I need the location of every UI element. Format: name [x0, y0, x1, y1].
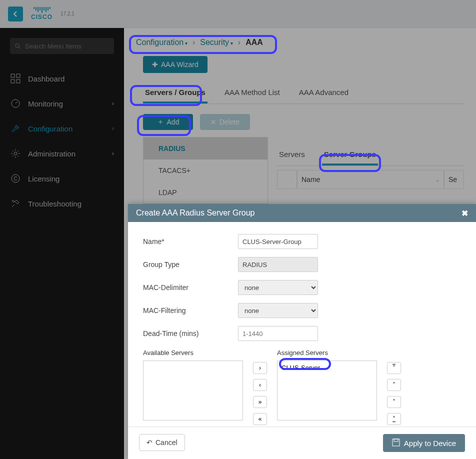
modal-footer: ↶ Cancel Apply to Device	[128, 426, 476, 459]
group-type-label: Group Type	[143, 260, 238, 268]
close-icon: ✕	[210, 118, 216, 126]
action-row: ＋ Add ✕ Delete	[143, 114, 464, 130]
top-bar: CISCO Cisco Catalyst 9800-L Wireless Con…	[0, 0, 476, 28]
move-down-button[interactable]: ˅	[387, 396, 401, 408]
dead-time-label: Dead-Time (mins)	[143, 330, 238, 338]
sub-nav: RADIUS TACACS+ LDAP	[143, 137, 268, 204]
wrench-icon	[10, 124, 21, 134]
back-button[interactable]	[8, 6, 23, 22]
tools-icon	[10, 198, 21, 208]
name-field[interactable]	[238, 234, 318, 249]
add-button-label: Add	[167, 118, 180, 126]
delete-button-label: Delete	[220, 118, 240, 126]
column-second[interactable]: Se	[444, 170, 464, 189]
mac-delimiter-label: MAC-Delimiter	[143, 284, 238, 292]
move-top-button[interactable]: ˄	[387, 362, 401, 374]
close-icon[interactable]: ✖	[462, 208, 468, 218]
move-all-right-button[interactable]: »	[253, 396, 267, 408]
chevron-down-icon: ▾	[229, 40, 233, 46]
plus-icon: ✚	[152, 60, 158, 68]
gear-icon	[10, 148, 21, 158]
svg-rect-3	[16, 74, 20, 78]
grid-header: Name ⌄ Se	[277, 170, 464, 189]
move-all-left-button[interactable]: «	[253, 413, 267, 425]
sub-layout: RADIUS TACACS+ LDAP Servers Server Group…	[143, 137, 464, 204]
modal-title: Create AAA Radius Server Group	[136, 208, 254, 218]
chevron-right-icon: ›	[112, 150, 114, 157]
mac-delimiter-select[interactable]: none	[238, 280, 318, 295]
sub-nav-radius[interactable]: RADIUS	[144, 138, 268, 160]
move-right-button[interactable]: ›	[253, 362, 267, 374]
right-pane: Servers Server Groups Name ⌄ Se	[268, 137, 464, 204]
logo-text: CISCO	[31, 14, 52, 20]
column-name[interactable]: Name ⌄	[297, 170, 444, 189]
move-left-button[interactable]: ‹	[253, 379, 267, 391]
search-icon	[15, 43, 21, 50]
available-servers-list[interactable]	[143, 360, 243, 420]
dead-time-field[interactable]	[238, 326, 318, 341]
sidebar: Dashboard Monitoring › Configuration › A…	[0, 28, 124, 459]
title-block: Cisco Catalyst 9800-L Wireless Controlle…	[60, 11, 74, 16]
chevron-right-icon: ›	[112, 125, 114, 132]
cancel-button-label: Cancel	[156, 438, 178, 446]
breadcrumb-separator-icon: ›	[238, 38, 240, 47]
wizard-button-label: AAA Wizard	[161, 60, 198, 68]
breadcrumb: Configuration ▾ › Security ▾ › AAA	[136, 38, 464, 47]
search-input-wrap[interactable]	[10, 38, 114, 54]
sidebar-item-troubleshooting[interactable]: Troubleshooting	[0, 191, 124, 216]
sidebar-item-label: Monitoring	[28, 100, 63, 108]
delete-button[interactable]: ✕ Delete	[200, 114, 250, 130]
tab-servers-groups[interactable]: Servers / Groups	[143, 83, 208, 104]
sub-nav-ldap[interactable]: LDAP	[144, 182, 268, 204]
svg-point-0	[16, 44, 19, 47]
checkbox-column[interactable]	[277, 170, 297, 189]
sidebar-item-administration[interactable]: Administration ›	[0, 141, 124, 166]
plus-icon: ＋	[157, 118, 164, 126]
assigned-servers-label: Assigned Servers	[277, 349, 377, 356]
cancel-button[interactable]: ↶ Cancel	[139, 434, 185, 451]
inner-tab-servers[interactable]: Servers	[277, 145, 307, 166]
breadcrumb-current: AAA	[246, 38, 263, 47]
mac-filtering-select[interactable]: none	[238, 303, 318, 318]
group-type-field: RADIUS	[238, 257, 318, 272]
sidebar-item-label: Troubleshooting	[28, 200, 82, 208]
svg-rect-4	[11, 80, 14, 83]
sidebar-item-label: Licensing	[28, 174, 60, 183]
inner-tab-server-groups[interactable]: Server Groups	[322, 145, 378, 166]
svg-point-8	[14, 152, 17, 155]
create-server-group-modal: Create AAA Radius Server Group ✖ Name* G…	[128, 204, 476, 459]
sidebar-item-label: Dashboard	[28, 74, 64, 83]
tab-aaa-advanced[interactable]: AAA Advanced	[297, 83, 350, 104]
sidebar-item-licensing[interactable]: C Licensing	[0, 166, 124, 191]
move-up-button[interactable]: ˄	[387, 379, 401, 391]
assigned-servers-list[interactable]: CLUS-Server	[277, 360, 377, 420]
apply-button[interactable]: Apply to Device	[383, 434, 465, 452]
list-item[interactable]: CLUS-Server	[280, 363, 374, 372]
modal-header: Create AAA Radius Server Group ✖	[128, 204, 476, 222]
svg-rect-5	[16, 80, 20, 83]
sub-nav-tacacs[interactable]: TACACS+	[144, 160, 268, 182]
arrow-left-icon	[12, 10, 19, 18]
svg-rect-11	[392, 439, 400, 446]
sidebar-item-label: Configuration	[28, 124, 72, 133]
save-icon	[392, 438, 400, 448]
version-text: 17.2.1	[60, 11, 74, 16]
chevron-right-icon: ›	[112, 100, 114, 107]
apply-button-label: Apply to Device	[404, 439, 456, 448]
aaa-wizard-button[interactable]: ✚ AAA Wizard	[143, 56, 208, 73]
sidebar-item-configuration[interactable]: Configuration ›	[0, 116, 124, 141]
svg-rect-12	[394, 439, 398, 442]
svg-line-1	[18, 46, 20, 48]
svg-line-7	[16, 102, 18, 104]
add-button[interactable]: ＋ Add	[143, 114, 193, 130]
tab-aaa-method-list[interactable]: AAA Method List	[222, 83, 282, 104]
sidebar-item-dashboard[interactable]: Dashboard	[0, 66, 124, 91]
available-servers-label: Available Servers	[143, 349, 243, 356]
name-label: Name*	[143, 238, 238, 246]
svg-rect-2	[11, 74, 14, 78]
sidebar-item-monitoring[interactable]: Monitoring ›	[0, 91, 124, 116]
move-bottom-button[interactable]: ˅	[387, 413, 401, 425]
search-input[interactable]	[25, 42, 109, 50]
breadcrumb-security[interactable]: Security ▾	[200, 38, 233, 47]
breadcrumb-configuration[interactable]: Configuration ▾	[136, 38, 188, 47]
